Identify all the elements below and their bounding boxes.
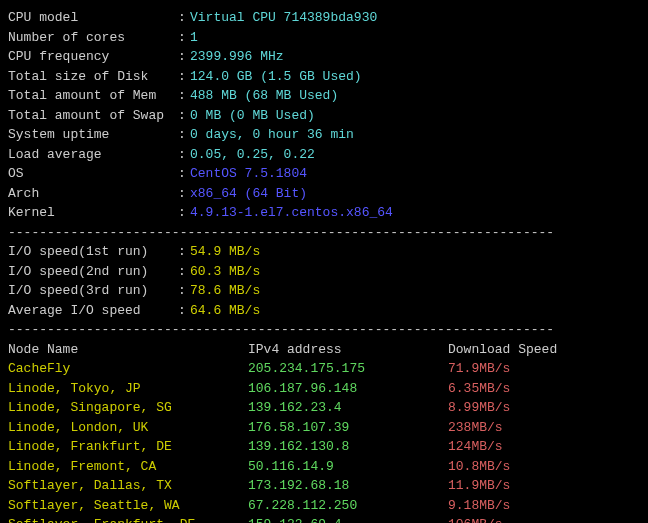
iospeed-value: 54.9 MB/s xyxy=(190,242,260,262)
node-header-name: Node Name xyxy=(8,340,248,360)
node-ip: 176.58.107.39 xyxy=(248,418,448,438)
node-name: Linode, Frankfurt, DE xyxy=(8,437,248,457)
node-name: Softlayer, Seattle, WA xyxy=(8,496,248,516)
node-row: Linode, London, UK176.58.107.39238MB/s xyxy=(8,418,640,438)
sysinfo-value: 124.0 GB (1.5 GB Used) xyxy=(190,67,362,87)
node-ip: 106.187.96.148 xyxy=(248,379,448,399)
io-speed-section: I/O speed(1st run): 54.9 MB/sI/O speed(2… xyxy=(8,242,640,320)
colon: : xyxy=(178,281,190,301)
sysinfo-value: 1 xyxy=(190,28,198,48)
colon: : xyxy=(178,301,190,321)
colon: : xyxy=(178,106,190,126)
node-ip: 139.162.23.4 xyxy=(248,398,448,418)
node-name: Linode, Tokyo, JP xyxy=(8,379,248,399)
node-name: Linode, London, UK xyxy=(8,418,248,438)
colon: : xyxy=(178,28,190,48)
sysinfo-row: Load average: 0.05, 0.25, 0.22 xyxy=(8,145,640,165)
node-speed: 238MB/s xyxy=(448,418,640,438)
colon: : xyxy=(178,145,190,165)
node-row: CacheFly205.234.175.17571.9MB/s xyxy=(8,359,640,379)
sysinfo-value: 0.05, 0.25, 0.22 xyxy=(190,145,315,165)
iospeed-value: 60.3 MB/s xyxy=(190,262,260,282)
colon: : xyxy=(178,125,190,145)
sysinfo-label: Kernel xyxy=(8,203,178,223)
node-row: Softlayer, Dallas, TX173.192.68.1811.9MB… xyxy=(8,476,640,496)
node-speed: 8.99MB/s xyxy=(448,398,640,418)
sysinfo-label: System uptime xyxy=(8,125,178,145)
sysinfo-value: CentOS 7.5.1804 xyxy=(190,164,307,184)
node-row: Linode, Singapore, SG139.162.23.48.99MB/… xyxy=(8,398,640,418)
node-row: Linode, Tokyo, JP106.187.96.1486.35MB/s xyxy=(8,379,640,399)
iospeed-label: Average I/O speed xyxy=(8,301,178,321)
sysinfo-label: CPU model xyxy=(8,8,178,28)
system-info-section: CPU model: Virtual CPU 714389bda930Numbe… xyxy=(8,8,640,223)
sysinfo-row: Total amount of Mem: 488 MB (68 MB Used) xyxy=(8,86,640,106)
node-name: Softlayer, Dallas, TX xyxy=(8,476,248,496)
node-ip: 139.162.130.8 xyxy=(248,437,448,457)
node-speed: 124MB/s xyxy=(448,437,640,457)
node-name: Linode, Singapore, SG xyxy=(8,398,248,418)
node-speed: 9.18MB/s xyxy=(448,496,640,516)
iospeed-label: I/O speed(3rd run) xyxy=(8,281,178,301)
sysinfo-value: x86_64 (64 Bit) xyxy=(190,184,307,204)
iospeed-row: I/O speed(3rd run): 78.6 MB/s xyxy=(8,281,640,301)
colon: : xyxy=(178,242,190,262)
node-row: Linode, Fremont, CA50.116.14.910.8MB/s xyxy=(8,457,640,477)
sysinfo-row: CPU model: Virtual CPU 714389bda930 xyxy=(8,8,640,28)
node-ip: 67.228.112.250 xyxy=(248,496,448,516)
node-name: Softlayer, Frankfurt, DE xyxy=(8,515,248,523)
sysinfo-row: System uptime: 0 days, 0 hour 36 min xyxy=(8,125,640,145)
sysinfo-value: 488 MB (68 MB Used) xyxy=(190,86,338,106)
sysinfo-label: Number of cores xyxy=(8,28,178,48)
iospeed-label: I/O speed(1st run) xyxy=(8,242,178,262)
sysinfo-row: Arch: x86_64 (64 Bit) xyxy=(8,184,640,204)
sysinfo-label: Total size of Disk xyxy=(8,67,178,87)
node-speed: 10.8MB/s xyxy=(448,457,640,477)
node-ip: 173.192.68.18 xyxy=(248,476,448,496)
node-speed: 6.35MB/s xyxy=(448,379,640,399)
iospeed-row: I/O speed(1st run): 54.9 MB/s xyxy=(8,242,640,262)
node-row: Linode, Frankfurt, DE139.162.130.8124MB/… xyxy=(8,437,640,457)
node-speed: 106MB/s xyxy=(448,515,640,523)
node-name: CacheFly xyxy=(8,359,248,379)
node-speed: 71.9MB/s xyxy=(448,359,640,379)
sysinfo-value: 0 MB (0 MB Used) xyxy=(190,106,315,126)
node-ip: 50.116.14.9 xyxy=(248,457,448,477)
colon: : xyxy=(178,47,190,67)
sysinfo-label: Load average xyxy=(8,145,178,165)
node-row: Softlayer, Seattle, WA67.228.112.2509.18… xyxy=(8,496,640,516)
sysinfo-row: Kernel: 4.9.13-1.el7.centos.x86_64 xyxy=(8,203,640,223)
node-ip: 159.122.69.4 xyxy=(248,515,448,523)
colon: : xyxy=(178,86,190,106)
sysinfo-row: Total size of Disk: 124.0 GB (1.5 GB Use… xyxy=(8,67,640,87)
sysinfo-label: CPU frequency xyxy=(8,47,178,67)
node-header-row: Node Name IPv4 address Download Speed xyxy=(8,340,640,360)
sysinfo-value: 4.9.13-1.el7.centos.x86_64 xyxy=(190,203,393,223)
sysinfo-label: Total amount of Swap xyxy=(8,106,178,126)
colon: : xyxy=(178,184,190,204)
sysinfo-value: 0 days, 0 hour 36 min xyxy=(190,125,354,145)
sysinfo-row: OS: CentOS 7.5.1804 xyxy=(8,164,640,184)
colon: : xyxy=(178,262,190,282)
sysinfo-value: Virtual CPU 714389bda930 xyxy=(190,8,377,28)
node-name: Linode, Fremont, CA xyxy=(8,457,248,477)
node-header-speed: Download Speed xyxy=(448,340,640,360)
colon: : xyxy=(178,203,190,223)
sysinfo-row: Total amount of Swap: 0 MB (0 MB Used) xyxy=(8,106,640,126)
iospeed-row: I/O speed(2nd run): 60.3 MB/s xyxy=(8,262,640,282)
node-list: CacheFly205.234.175.17571.9MB/sLinode, T… xyxy=(8,359,640,523)
sysinfo-row: Number of cores: 1 xyxy=(8,28,640,48)
node-speed: 11.9MB/s xyxy=(448,476,640,496)
divider: ----------------------------------------… xyxy=(8,320,640,340)
node-row: Softlayer, Frankfurt, DE159.122.69.4106M… xyxy=(8,515,640,523)
iospeed-value: 78.6 MB/s xyxy=(190,281,260,301)
sysinfo-label: Arch xyxy=(8,184,178,204)
node-ip: 205.234.175.175 xyxy=(248,359,448,379)
iospeed-label: I/O speed(2nd run) xyxy=(8,262,178,282)
colon: : xyxy=(178,8,190,28)
sysinfo-label: Total amount of Mem xyxy=(8,86,178,106)
sysinfo-row: CPU frequency: 2399.996 MHz xyxy=(8,47,640,67)
iospeed-value: 64.6 MB/s xyxy=(190,301,260,321)
sysinfo-value: 2399.996 MHz xyxy=(190,47,284,67)
sysinfo-label: OS xyxy=(8,164,178,184)
